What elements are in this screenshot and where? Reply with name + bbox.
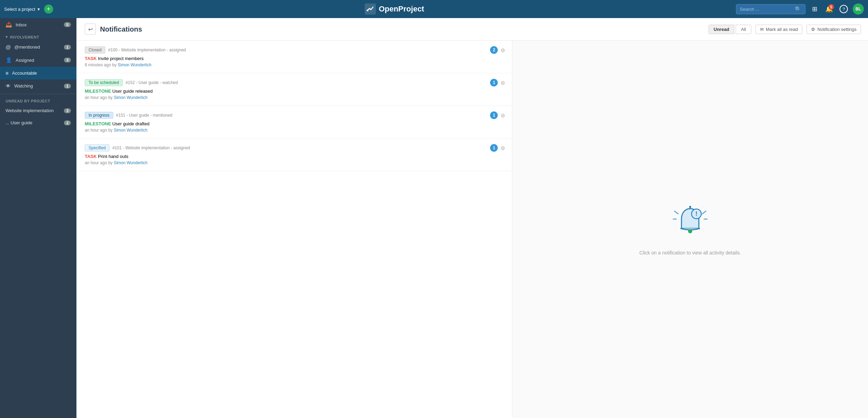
item-title: User guide released xyxy=(112,89,152,94)
notif-meta: #100 - Website implementation - assigned xyxy=(108,48,186,52)
author-link[interactable]: Simon Wunderlich xyxy=(114,160,147,165)
grid-icon: ⊞ xyxy=(812,5,817,13)
notif-time: an hour ago by Simon Wunderlich xyxy=(85,128,505,133)
notif-title: TASK Print hand outs xyxy=(85,154,505,159)
filter-all-button[interactable]: All xyxy=(736,25,751,34)
search-input[interactable] xyxy=(740,7,793,12)
notifications-list: Closed #100 - Website implementation - a… xyxy=(78,41,512,418)
sidebar-assigned-badge: 3 xyxy=(64,58,71,62)
bell-illustration: ! xyxy=(673,203,708,243)
svg-text:!: ! xyxy=(695,210,697,217)
notif-actions: 2 ⊚ xyxy=(490,46,505,54)
notif-time: 8 minutes ago by Simon Wunderlich xyxy=(85,62,505,67)
back-button[interactable]: ↩ xyxy=(85,24,96,35)
notif-item-header: To be scheduled #152 - User guide - watc… xyxy=(85,79,505,86)
bell-button[interactable]: 🔔 5 xyxy=(824,3,835,15)
mark-all-read-label: Mark all as read xyxy=(766,27,798,32)
sidebar-mentioned-label: @mentioned xyxy=(14,44,60,50)
back-arrow-icon: ↩ xyxy=(88,26,93,33)
sidebar-item-website-impl[interactable]: Website implementation 3 xyxy=(0,104,76,117)
sidebar-mentioned-badge: 1 xyxy=(64,45,71,50)
help-button[interactable]: ? xyxy=(838,3,849,15)
sidebar-inbox-label: Inbox xyxy=(16,22,60,27)
logo-icon xyxy=(365,3,376,15)
main-content: ↩ Notifications Unread All ✉ Mark all as… xyxy=(78,18,868,418)
status-badge: To be scheduled xyxy=(85,79,123,86)
sidebar-accountable-label: Accountable xyxy=(12,70,71,76)
notification-item[interactable]: To be scheduled #152 - User guide - watc… xyxy=(78,73,512,106)
author-link[interactable]: Simon Wunderlich xyxy=(114,95,147,100)
sidebar-item-user-guide[interactable]: ... User guide 2 xyxy=(0,117,76,129)
notif-item-header: Specified #101 - Website implementation … xyxy=(85,144,505,152)
notif-title: MILESTONE User guide released xyxy=(85,89,505,94)
sidebar-involvement-section: ▾ INVOLVEMENT xyxy=(0,31,76,41)
notif-title: TASK Invite project members xyxy=(85,56,505,61)
grid-icon-button[interactable]: ⊞ xyxy=(809,3,820,15)
sidebar-item-mentioned[interactable]: @ @mentioned 1 xyxy=(0,41,76,53)
logo-text: OpenProject xyxy=(379,5,424,14)
share-icon[interactable]: ⊚ xyxy=(501,145,505,151)
mark-read-icon: ✉ xyxy=(760,27,764,32)
sidebar-project2-label: ... User guide xyxy=(6,120,60,125)
help-icon: ? xyxy=(840,5,848,13)
sidebar-item-accountable[interactable]: ≡ Accountable xyxy=(0,67,76,80)
notif-meta: #152 - User guide - watched xyxy=(125,80,178,85)
share-icon[interactable]: ⊚ xyxy=(501,47,505,53)
author-link[interactable]: Simon Wunderlich xyxy=(118,62,151,67)
project-select[interactable]: Select a project ▾ xyxy=(4,7,40,12)
watching-icon: 👁 xyxy=(6,83,11,89)
mark-all-read-button[interactable]: ✉ Mark all as read xyxy=(755,25,802,34)
filter-unread-button[interactable]: Unread xyxy=(709,25,735,34)
notif-actions: 1 ⊚ xyxy=(490,79,505,86)
svg-line-4 xyxy=(702,211,706,214)
notif-meta: #101 - Website implementation - assigned xyxy=(112,145,190,150)
chevron-down-icon: ▾ xyxy=(38,7,40,12)
sidebar-item-inbox[interactable]: 📥 Inbox 5 xyxy=(0,18,76,31)
sidebar-watching-badge: 1 xyxy=(64,84,71,89)
item-title: User guide drafted xyxy=(112,121,149,126)
filter-group: Unread All xyxy=(709,25,751,34)
notif-time: an hour ago by Simon Wunderlich xyxy=(85,160,505,165)
share-icon[interactable]: ⊚ xyxy=(501,112,505,119)
type-label: TASK xyxy=(85,154,97,159)
mention-icon: @ xyxy=(6,44,11,50)
notif-count-badge: 2 xyxy=(490,46,498,54)
notif-count-badge: 1 xyxy=(490,144,498,152)
search-box[interactable]: 🔍 xyxy=(736,4,805,14)
chevron-down-icon: ▾ xyxy=(6,35,8,39)
accountable-icon: ≡ xyxy=(6,70,9,76)
assigned-icon: 👤 xyxy=(6,57,12,63)
share-icon[interactable]: ⊚ xyxy=(501,80,505,86)
svg-point-6 xyxy=(688,229,692,233)
notification-item[interactable]: In progress #151 - User guide - mentione… xyxy=(78,106,512,139)
notif-count-badge: 1 xyxy=(490,111,498,119)
author-link[interactable]: Simon Wunderlich xyxy=(114,128,147,133)
notif-item-header: Closed #100 - Website implementation - a… xyxy=(85,46,505,54)
settings-label: Notification settings xyxy=(817,27,857,32)
sidebar-assigned-label: Assigned xyxy=(16,58,60,63)
notif-count-badge: 1 xyxy=(490,79,498,86)
notification-item[interactable]: Closed #100 - Website implementation - a… xyxy=(78,41,512,73)
sidebar-project1-label: Website implementation xyxy=(6,108,60,113)
bell-badge: 5 xyxy=(828,4,834,10)
nav-right: 🔍 ⊞ 🔔 5 ? BL xyxy=(736,3,864,15)
sidebar: 📥 Inbox 5 ▾ INVOLVEMENT @ @mentioned 1 👤… xyxy=(0,18,76,418)
notif-item-header: In progress #151 - User guide - mentione… xyxy=(85,111,505,119)
notif-title: MILESTONE User guide drafted xyxy=(85,121,505,126)
type-label: MILESTONE xyxy=(85,121,111,126)
add-project-button[interactable]: + xyxy=(44,5,53,14)
notification-item[interactable]: Specified #101 - Website implementation … xyxy=(78,139,512,171)
sidebar-unread-section: UNREAD BY PROJECT xyxy=(0,95,76,104)
notification-detail-panel: ! Click on a notification to view all ac… xyxy=(512,41,868,418)
notification-settings-button[interactable]: ⚙ Notification settings xyxy=(807,25,861,34)
notif-meta: #151 - User guide - mentioned xyxy=(116,113,172,118)
sidebar-inbox-badge: 5 xyxy=(64,22,71,27)
sidebar-item-watching[interactable]: 👁 Watching 1 xyxy=(0,80,76,92)
item-title: Print hand outs xyxy=(98,154,128,159)
gear-icon: ⚙ xyxy=(811,27,815,32)
notifications-header: ↩ Notifications Unread All ✉ Mark all as… xyxy=(78,18,868,41)
search-icon: 🔍 xyxy=(795,6,802,12)
avatar[interactable]: BL xyxy=(853,3,864,15)
project-select-label: Select a project xyxy=(4,7,35,12)
sidebar-item-assigned[interactable]: 👤 Assigned 3 xyxy=(0,53,76,67)
